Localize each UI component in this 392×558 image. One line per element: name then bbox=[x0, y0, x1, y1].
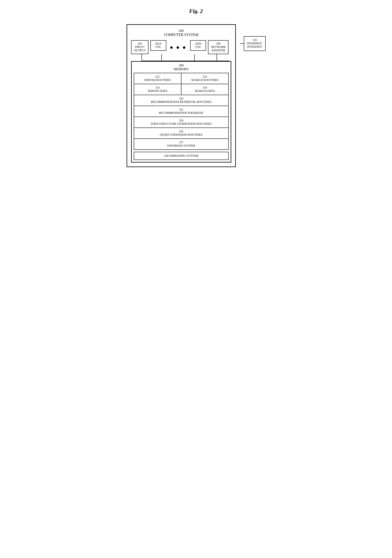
cpu-n-ref: 202N bbox=[193, 42, 203, 45]
database-system-row: 227 DATABASE SYSTEM bbox=[134, 139, 228, 149]
query-expansion-label: QUERY EXPANSION ROUTINES bbox=[160, 133, 203, 136]
computer-system-box: 200 COMPUTER SYSTEM 204 INPUT/OUTPUT 202… bbox=[126, 24, 236, 167]
data-structure-label: DATA STRUCTURE GENERATION ROUTINES bbox=[151, 122, 212, 125]
data-structure-ref: 224 bbox=[137, 119, 226, 122]
memory-box: 208 MEMORY 212 SERVER ROUTINES 216 bbox=[131, 61, 232, 163]
cpu-a-label: CPU bbox=[155, 45, 161, 49]
figure-title: Fig. 2 bbox=[126, 8, 266, 14]
search-data-ref: 218 bbox=[184, 86, 225, 89]
right-section: 210 INTERNET/INTRANET bbox=[236, 24, 266, 51]
drop-line-cpun bbox=[194, 54, 195, 61]
server-data-ref: 214 bbox=[137, 86, 178, 89]
memory-name: MEMORY bbox=[174, 67, 189, 71]
row-server-search-routines: 212 SERVER ROUTINES 216 SEARCH ROUTINES bbox=[134, 73, 228, 84]
top-components-wrapper: 204 INPUT/OUTPUT 202A CPU ● ● ● 202N bbox=[131, 40, 232, 54]
cpu-n-label: CPU bbox=[195, 45, 201, 49]
input-output-label: INPUT/OUTPUT bbox=[134, 45, 146, 52]
row-server-search-data: 214 SERVER DATA 218 SEARCH DATA bbox=[134, 84, 228, 95]
input-output-ref: 204 bbox=[134, 42, 146, 45]
internet-label: INTERNET/INTRANET bbox=[247, 42, 262, 48]
computer-system-ref: 200 bbox=[131, 29, 232, 33]
operating-system-ref: 228 bbox=[164, 154, 169, 157]
bus-line bbox=[142, 61, 229, 61]
recommendation-retrieval-ref: 220 bbox=[137, 97, 226, 100]
computer-system-section: 200 COMPUTER SYSTEM 204 INPUT/OUTPUT 202… bbox=[126, 24, 236, 167]
server-routines-cell: 212 SERVER ROUTINES bbox=[134, 73, 181, 84]
network-adapter-box: 206 NETWORKADAPTER bbox=[208, 40, 228, 54]
operating-system-row: 228 OPERATING SYSTEM bbox=[134, 152, 229, 160]
operating-system-label: OPERATING SYSTEM bbox=[169, 154, 198, 157]
recommendation-retrieval-row: 220 RECOMMENDATION RETRIEVAL ROUTINES bbox=[134, 95, 228, 106]
search-routines-label: SEARCH ROUTINES bbox=[191, 78, 218, 82]
drop-line-io bbox=[142, 54, 142, 61]
h-connector-line bbox=[240, 43, 244, 44]
input-output-box: 204 INPUT/OUTPUT bbox=[131, 40, 148, 54]
computer-system-label: 200 COMPUTER SYSTEM bbox=[131, 29, 232, 37]
cpu-n-box: 202N CPU bbox=[190, 40, 206, 51]
server-routines-label: SERVER ROUTINES bbox=[144, 78, 171, 82]
page: Fig. 2 200 COMPUTER SYSTEM 204 INPUT/OUT… bbox=[126, 8, 266, 167]
dots: ● ● ● bbox=[168, 40, 188, 51]
search-routines-ref: 216 bbox=[184, 75, 225, 78]
search-routines-cell: 216 SEARCH ROUTINES bbox=[181, 73, 228, 84]
server-data-cell: 214 SERVER DATA bbox=[134, 84, 181, 95]
cpu-a-box: 202A CPU bbox=[150, 40, 166, 51]
query-expansion-ref: 226 bbox=[137, 130, 226, 133]
recommendation-db-row: 222 RECOMMENDATION DATABASE bbox=[134, 106, 228, 117]
recommendation-db-label: RECOMMENDATION DATABASE bbox=[159, 111, 203, 114]
search-data-cell: 218 SEARCH DATA bbox=[181, 84, 228, 95]
drop-line-na bbox=[217, 54, 217, 61]
cpu-a-ref: 202A bbox=[153, 42, 164, 45]
drop-lines-area bbox=[131, 54, 232, 61]
database-system-label: DATABASE SYSTEM bbox=[167, 144, 195, 147]
server-data-label: SERVER DATA bbox=[148, 89, 167, 93]
database-system-ref: 227 bbox=[137, 141, 226, 144]
memory-inner: 212 SERVER ROUTINES 216 SEARCH ROUTINES bbox=[134, 73, 229, 150]
recommendation-db-ref: 222 bbox=[137, 108, 226, 111]
h-connector-area: 210 INTERNET/INTRANET bbox=[240, 36, 266, 51]
recommendation-retrieval-label: RECOMMENDATION RETRIEVAL ROUTINES bbox=[151, 100, 211, 104]
network-adapter-ref: 206 bbox=[211, 42, 226, 45]
drop-line-cpua bbox=[161, 54, 162, 61]
computer-system-name: COMPUTER SYSTEM bbox=[164, 33, 199, 37]
memory-ref: 208 bbox=[134, 64, 229, 67]
internet-ref: 210 bbox=[247, 39, 262, 42]
main-layout: 200 COMPUTER SYSTEM 204 INPUT/OUTPUT 202… bbox=[126, 24, 266, 167]
data-structure-row: 224 DATA STRUCTURE GENERATION ROUTINES bbox=[134, 117, 228, 128]
internet-box: 210 INTERNET/INTRANET bbox=[244, 36, 266, 51]
query-expansion-row: 226 QUERY EXPANSION ROUTINES bbox=[134, 128, 228, 139]
network-adapter-label: NETWORKADAPTER bbox=[211, 45, 226, 52]
dots-symbol: ● ● ● bbox=[170, 44, 187, 51]
memory-label: 208 MEMORY bbox=[134, 64, 229, 71]
server-routines-ref: 212 bbox=[137, 75, 178, 78]
search-data-label: SEARCH DATA bbox=[195, 89, 215, 93]
